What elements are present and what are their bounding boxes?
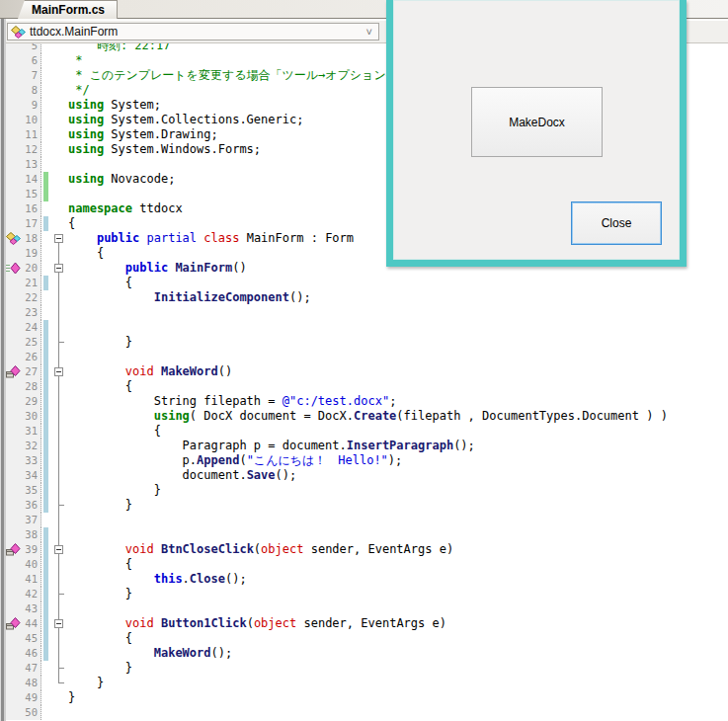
code-line-24[interactable]: 24 — [6, 320, 728, 335]
code-line-28[interactable]: 28 { — [6, 379, 728, 394]
code-text: this.Close(); — [66, 572, 247, 587]
code-line-31[interactable]: 31 { — [6, 424, 728, 439]
change-marker — [41, 601, 51, 616]
line-number: 26 — [21, 350, 41, 364]
code-line-23[interactable]: 23 — [6, 305, 728, 320]
code-text: Paragraph p = document.InsertParagraph()… — [66, 439, 475, 453]
fold-toggle[interactable] — [51, 364, 66, 379]
selected-type-label: ttdocx.MainForm — [30, 25, 118, 39]
line-number: 7 — [21, 68, 41, 83]
type-navigator-combobox[interactable]: ttdocx.MainForm ˅ — [7, 23, 379, 40]
line-number: 49 — [21, 690, 41, 705]
code-line-43[interactable]: 43 — [6, 601, 728, 616]
code-line-29[interactable]: 29 String filepath = @"c:/test.docx"; — [6, 394, 728, 409]
code-text: { — [66, 631, 132, 646]
code-line-45[interactable]: 45 { — [6, 631, 728, 646]
change-marker — [41, 394, 51, 409]
code-line-35[interactable]: 35 } — [6, 483, 728, 498]
code-line-46[interactable]: 46 MakeWord(); — [6, 646, 728, 661]
code-line-38[interactable]: 38 — [6, 527, 728, 542]
change-marker — [41, 83, 51, 98]
fold-margin — [51, 53, 66, 68]
fold-margin — [51, 246, 66, 261]
code-line-37[interactable]: 37 — [6, 513, 728, 527]
code-line-33[interactable]: 33 p.Append("こんにちは！ Hello!"); — [6, 453, 728, 468]
fold-margin — [51, 527, 66, 542]
change-marker — [41, 527, 51, 542]
change-marker — [41, 483, 51, 498]
gutter-icon-cell — [6, 646, 21, 661]
line-number: 10 — [21, 113, 41, 127]
gutter-icon-cell — [6, 142, 21, 157]
code-line-44[interactable]: 44 void Button1Click(object sender, Even… — [6, 616, 728, 631]
fold-margin — [51, 439, 66, 453]
code-line-34[interactable]: 34 document.Save(); — [6, 468, 728, 483]
code-line-41[interactable]: 41 this.Close(); — [6, 572, 728, 587]
fold-toggle[interactable] — [51, 231, 66, 246]
code-text — [66, 320, 68, 335]
code-text: using Novacode; — [66, 172, 175, 187]
fold-margin — [51, 83, 66, 98]
code-line-48[interactable]: 48 } — [6, 676, 728, 690]
code-line-27[interactable]: 27 void MakeWord() — [6, 364, 728, 379]
code-line-30[interactable]: 30 using( DocX document = DocX.Create(fi… — [6, 409, 728, 424]
code-line-21[interactable]: 21 { — [6, 276, 728, 290]
code-line-50[interactable]: 50 — [6, 705, 728, 720]
code-text: } — [66, 690, 75, 705]
fold-toggle[interactable] — [51, 261, 66, 276]
tab-mainform-cs[interactable]: MainForm.cs — [18, 0, 118, 19]
code-text: } — [66, 483, 161, 498]
change-marker — [41, 468, 51, 483]
line-number: 47 — [21, 661, 41, 676]
fold-toggle[interactable] — [51, 542, 66, 557]
fold-margin — [51, 305, 66, 320]
code-text: } — [66, 587, 132, 601]
chevron-down-icon[interactable]: ˅ — [366, 26, 372, 38]
fold-margin — [51, 601, 66, 616]
code-line-39[interactable]: 39 void BtnCloseClick(object sender, Eve… — [6, 542, 728, 557]
code-line-40[interactable]: 40 { — [6, 557, 728, 572]
code-line-32[interactable]: 32 Paragraph p = document.InsertParagrap… — [6, 439, 728, 453]
code-text: public partial class MainForm : Form — [66, 231, 354, 246]
code-text — [66, 601, 68, 616]
gutter-icon-cell — [6, 661, 21, 676]
gutter-icon-cell — [6, 364, 21, 379]
line-number: 20 — [21, 261, 41, 276]
gutter-icon-cell — [6, 350, 21, 364]
code-line-47[interactable]: 47 } — [6, 661, 728, 676]
gutter-icon-cell — [6, 335, 21, 350]
change-marker — [41, 690, 51, 705]
code-text: } — [66, 335, 132, 350]
gutter-icon-cell — [6, 231, 21, 246]
fold-toggle[interactable] — [51, 616, 66, 631]
makedocx-button[interactable]: MakeDocx — [471, 87, 603, 157]
close-button[interactable]: Close — [571, 201, 662, 245]
change-marker — [41, 705, 51, 720]
code-text — [66, 305, 68, 320]
code-line-26[interactable]: 26 — [6, 350, 728, 364]
method-icon — [6, 262, 21, 275]
running-form-window: MakeDocx Close — [386, 0, 687, 267]
change-marker — [41, 379, 51, 394]
line-number: 33 — [21, 453, 41, 468]
change-marker — [41, 231, 51, 246]
line-number: 16 — [21, 201, 41, 216]
gutter-icon-cell — [6, 705, 21, 720]
line-number: 25 — [21, 335, 41, 350]
gutter-icon-cell — [6, 572, 21, 587]
fold-margin — [51, 335, 66, 350]
code-line-42[interactable]: 42 } — [6, 587, 728, 601]
code-text: void MakeWord() — [66, 364, 232, 379]
code-line-22[interactable]: 22 InitializeComponent(); — [6, 290, 728, 305]
fold-margin — [51, 187, 66, 201]
code-line-36[interactable]: 36 } — [6, 498, 728, 513]
line-number: 41 — [21, 572, 41, 587]
fold-margin — [51, 290, 66, 305]
code-line-49[interactable]: 49} — [6, 690, 728, 705]
change-marker — [41, 113, 51, 127]
line-number: 35 — [21, 483, 41, 498]
fold-margin — [51, 113, 66, 127]
code-text: using System.Collections.Generic; — [66, 113, 303, 127]
code-line-25[interactable]: 25 } — [6, 335, 728, 350]
line-number: 23 — [21, 305, 41, 320]
